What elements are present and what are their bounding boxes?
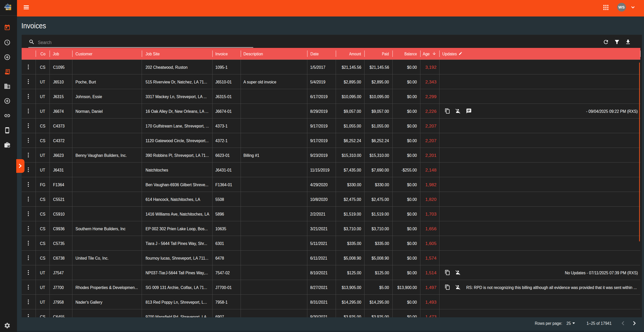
svg-text:Rec.: Rec. [6,8,9,10]
svg-text:Accounts: Accounts [4,7,11,8]
